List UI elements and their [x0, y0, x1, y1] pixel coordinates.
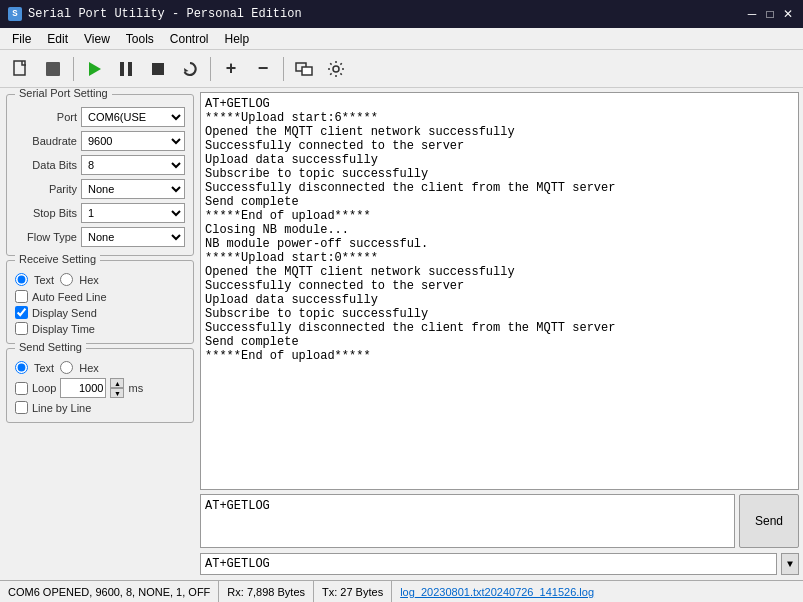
- line-by-line-checkbox[interactable]: [15, 401, 28, 414]
- serial-port-setting-title: Serial Port Setting: [15, 88, 112, 99]
- display-time-checkbox[interactable]: [15, 322, 28, 335]
- menu-control[interactable]: Control: [162, 30, 217, 48]
- svg-rect-5: [152, 63, 164, 75]
- flowtype-select[interactable]: None: [81, 227, 185, 247]
- pause-button[interactable]: [111, 55, 141, 83]
- menu-bar: File Edit View Tools Control Help: [0, 28, 803, 50]
- svg-marker-2: [89, 62, 101, 76]
- svg-rect-0: [14, 61, 25, 75]
- baudrate-select[interactable]: 9600: [81, 131, 185, 151]
- port-label: Port: [15, 111, 77, 123]
- menu-help[interactable]: Help: [217, 30, 258, 48]
- receive-setting-group: Receive Setting Text Hex Auto Feed Line …: [6, 260, 194, 344]
- svg-point-8: [333, 66, 339, 72]
- svg-rect-4: [128, 62, 132, 76]
- play-button[interactable]: [79, 55, 109, 83]
- tx-status: Tx: 27 Bytes: [314, 581, 392, 602]
- receive-setting-title: Receive Setting: [15, 253, 100, 265]
- stopbits-select[interactable]: 1: [81, 203, 185, 223]
- rx-text-label: Text: [34, 274, 54, 286]
- status-bar: COM6 OPENED, 9600, 8, NONE, 1, OFF Rx: 7…: [0, 580, 803, 602]
- cmd-dropdown-button[interactable]: ▼: [781, 553, 799, 575]
- app-icon: S: [8, 7, 22, 21]
- rx-hex-label: Hex: [79, 274, 99, 286]
- loop-input[interactable]: 1000: [60, 378, 106, 398]
- window-button[interactable]: [289, 55, 319, 83]
- menu-view[interactable]: View: [76, 30, 118, 48]
- tx-text-label: Text: [34, 362, 54, 374]
- title-bar: S Serial Port Utility - Personal Edition…: [0, 0, 803, 28]
- send-setting-group: Send Setting Text Hex Loop 1000 ▲ ▼ m: [6, 348, 194, 423]
- toolbar: + −: [0, 50, 803, 88]
- main-content: Serial Port Setting Port COM6(USE Baudra…: [0, 88, 803, 580]
- toolbar-separator-1: [73, 57, 74, 81]
- toolbar-separator-3: [283, 57, 284, 81]
- settings-button[interactable]: [321, 55, 351, 83]
- stop-button[interactable]: [143, 55, 173, 83]
- display-send-label: Display Send: [32, 307, 97, 319]
- loop-checkbox[interactable]: [15, 382, 28, 395]
- parity-select[interactable]: None: [81, 179, 185, 199]
- parity-label: Parity: [15, 183, 77, 195]
- rx-hex-radio[interactable]: [60, 273, 73, 286]
- terminal-output[interactable]: AT+GETLOG *****Upload start:6***** Opene…: [200, 92, 799, 490]
- baudrate-label: Baudrate: [15, 135, 77, 147]
- tx-hex-radio[interactable]: [60, 361, 73, 374]
- maximize-button[interactable]: □: [763, 7, 777, 21]
- port-select[interactable]: COM6(USE: [81, 107, 185, 127]
- flowtype-label: Flow Type: [15, 231, 77, 243]
- stopbits-label: Stop Bits: [15, 207, 77, 219]
- display-time-label: Display Time: [32, 323, 95, 335]
- display-send-checkbox[interactable]: [15, 306, 28, 319]
- right-panel: AT+GETLOG *****Upload start:6***** Opene…: [200, 88, 803, 580]
- send-setting-title: Send Setting: [15, 341, 86, 353]
- svg-rect-1: [46, 62, 60, 76]
- send-area: AT+GETLOG Send: [200, 494, 799, 548]
- refresh-button[interactable]: [175, 55, 205, 83]
- menu-edit[interactable]: Edit: [39, 30, 76, 48]
- loop-down-button[interactable]: ▼: [110, 388, 124, 398]
- loop-spinner[interactable]: ▲ ▼: [110, 378, 124, 398]
- new-button[interactable]: [6, 55, 36, 83]
- toolbar-separator-2: [210, 57, 211, 81]
- line-by-line-label: Line by Line: [32, 402, 91, 414]
- left-panel: Serial Port Setting Port COM6(USE Baudra…: [0, 88, 200, 580]
- tx-hex-label: Hex: [79, 362, 99, 374]
- tx-text-radio[interactable]: [15, 361, 28, 374]
- rx-text-radio[interactable]: [15, 273, 28, 286]
- connect-button[interactable]: [38, 55, 68, 83]
- auto-feed-label: Auto Feed Line: [32, 291, 107, 303]
- add-button[interactable]: +: [216, 55, 246, 83]
- loop-up-button[interactable]: ▲: [110, 378, 124, 388]
- svg-rect-3: [120, 62, 124, 76]
- app-title: Serial Port Utility - Personal Edition: [28, 7, 302, 21]
- cmd-row: AT+GETLOG ▼: [200, 552, 799, 576]
- ms-label: ms: [128, 382, 143, 394]
- cmd-input[interactable]: AT+GETLOG: [200, 553, 777, 575]
- menu-file[interactable]: File: [4, 30, 39, 48]
- minimize-button[interactable]: ─: [745, 7, 759, 21]
- serial-port-setting-group: Serial Port Setting Port COM6(USE Baudra…: [6, 94, 194, 256]
- svg-rect-7: [302, 67, 312, 75]
- menu-tools[interactable]: Tools: [118, 30, 162, 48]
- loop-label: Loop: [32, 382, 56, 394]
- send-button[interactable]: Send: [739, 494, 799, 548]
- port-status: COM6 OPENED, 9600, 8, NONE, 1, OFF: [0, 581, 219, 602]
- auto-feed-checkbox[interactable]: [15, 290, 28, 303]
- databits-label: Data Bits: [15, 159, 77, 171]
- send-textarea[interactable]: AT+GETLOG: [200, 494, 735, 548]
- log-file-link[interactable]: log_20230801.txt20240726_141526.log: [392, 586, 602, 598]
- close-button[interactable]: ✕: [781, 7, 795, 21]
- rx-status: Rx: 7,898 Bytes: [219, 581, 314, 602]
- databits-select[interactable]: 8: [81, 155, 185, 175]
- remove-button[interactable]: −: [248, 55, 278, 83]
